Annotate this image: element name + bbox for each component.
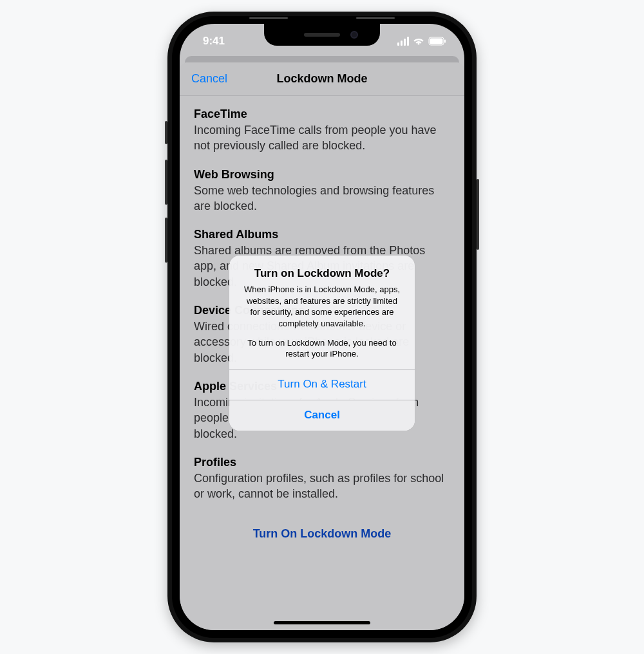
screen: 9:41 bbox=[180, 24, 464, 630]
alert-title: Turn on Lockdown Mode? bbox=[241, 267, 403, 280]
alert-body: Turn on Lockdown Mode? When iPhone is in… bbox=[229, 256, 415, 368]
alert-backdrop: Turn on Lockdown Mode? When iPhone is in… bbox=[180, 24, 464, 630]
side-button bbox=[477, 179, 479, 250]
alert-confirm-button[interactable]: Turn On & Restart bbox=[229, 369, 415, 400]
iphone-device-frame: 9:41 bbox=[167, 12, 477, 642]
alert-message: When iPhone is in Lockdown Mode, apps, w… bbox=[241, 284, 403, 359]
mute-switch bbox=[165, 121, 167, 144]
volume-down-button bbox=[165, 218, 167, 263]
alert-cancel-button[interactable]: Cancel bbox=[229, 400, 415, 431]
antenna-line bbox=[249, 17, 288, 19]
confirmation-alert: Turn on Lockdown Mode? When iPhone is in… bbox=[229, 256, 415, 430]
antenna-line bbox=[356, 17, 395, 19]
alert-message-line: To turn on Lockdown Mode, you need to re… bbox=[241, 337, 403, 360]
volume-up-button bbox=[165, 160, 167, 205]
home-indicator[interactable] bbox=[274, 621, 370, 624]
alert-message-line: When iPhone is in Lockdown Mode, apps, w… bbox=[241, 284, 403, 329]
